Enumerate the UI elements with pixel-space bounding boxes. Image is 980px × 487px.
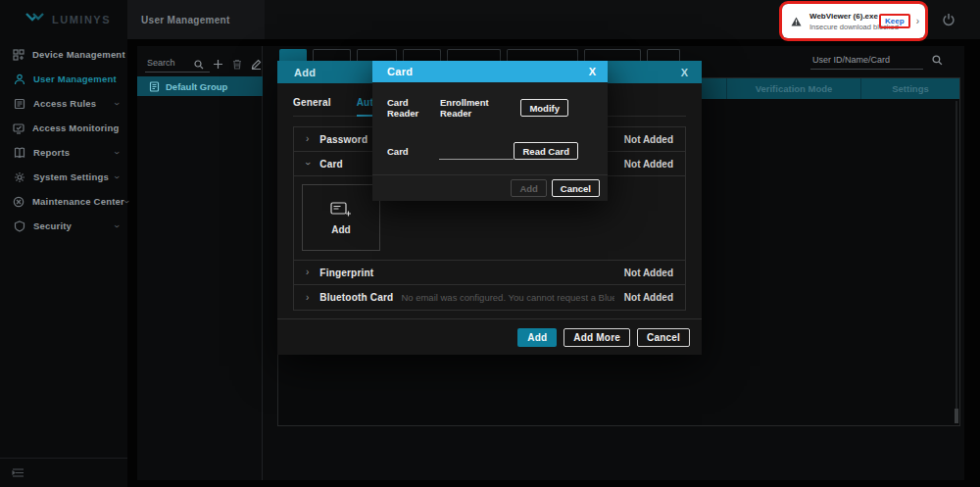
app-window: LUMINYS Device Management User Managemen… <box>0 0 980 487</box>
add-card-label: Add <box>331 224 350 235</box>
collapse-sidebar-icon[interactable] <box>12 467 24 478</box>
download-notification: WebViewer (6).exe Insecure download bloc… <box>782 4 925 38</box>
chevron-right-icon: › <box>306 134 309 144</box>
card-plus-icon <box>330 201 352 218</box>
luminys-logo-icon <box>25 13 44 26</box>
sidebar-item-system-settings[interactable]: System Settings › <box>0 165 127 189</box>
sidebar-item-user-management[interactable]: User Management <box>0 67 127 91</box>
page-tab-user-management[interactable]: User Management <box>127 0 265 39</box>
reports-icon <box>13 146 25 159</box>
sidebar-item-access-rules[interactable]: Access Rules › <box>0 91 127 116</box>
search-icon[interactable] <box>194 59 204 71</box>
user-search <box>810 53 943 70</box>
add-dialog-footer: Add Add More Cancel <box>277 318 702 355</box>
cancel-button[interactable]: Cancel <box>552 179 600 197</box>
sidebar-item-label: User Management <box>33 73 117 84</box>
add-card-tile[interactable]: Add <box>302 184 380 251</box>
group-list-item-default-group[interactable]: Default Group <box>137 76 263 96</box>
group-name: Default Group <box>166 81 227 92</box>
tab-general[interactable]: General <box>293 97 331 116</box>
access-rules-icon <box>13 97 25 110</box>
accordion-row-fingerprint[interactable]: › Fingerprint Not Added <box>294 261 685 285</box>
chevron-right-icon[interactable]: › <box>916 16 919 26</box>
chevron-down-icon: › <box>111 224 121 227</box>
sidebar-item-label: Maintenance Center <box>32 196 124 207</box>
cancel-button[interactable]: Cancel <box>637 328 690 347</box>
modify-button[interactable]: Modify <box>520 99 568 117</box>
warning-icon <box>791 17 802 26</box>
close-icon[interactable]: X <box>589 66 596 77</box>
search-icon[interactable] <box>931 54 943 66</box>
chevron-down-icon: › <box>111 102 121 105</box>
chevron-down-icon: › <box>111 175 121 178</box>
card-number-row: Card Read Card <box>387 142 578 160</box>
sidebar-item-label: Security <box>33 220 72 231</box>
brand-logo: LUMINYS <box>0 0 127 39</box>
card-field-label: Card <box>387 146 439 160</box>
sidebar-item-access-monitoring[interactable]: Access Monitoring <box>0 116 127 140</box>
device-management-icon <box>13 48 24 61</box>
sidebar-footer <box>0 458 127 487</box>
annotation-highlight-box: WebViewer (6).exe Insecure download bloc… <box>779 1 928 41</box>
download-message: Insecure download blocked <box>809 23 879 31</box>
group-panel: Default Group <box>137 46 263 480</box>
sidebar: LUMINYS Device Management User Managemen… <box>0 0 127 487</box>
system-settings-icon <box>13 170 25 183</box>
delete-group-icon[interactable] <box>232 59 242 71</box>
sidebar-item-label: Access Rules <box>33 98 96 109</box>
sidebar-item-label: System Settings <box>33 171 109 182</box>
card-dialog-header: Card X <box>372 61 608 82</box>
keep-button[interactable]: Keep <box>879 14 910 28</box>
bluetooth-note: No email was configured. You cannot requ… <box>401 292 613 303</box>
sidebar-nav: Device Management User Management Access… <box>0 42 127 238</box>
card-reader-row: Card Reader Enrollment Reader Modify <box>387 97 568 119</box>
status-badge: Not Added <box>614 268 673 278</box>
add-dialog-title: Add <box>294 67 316 78</box>
add-group-icon[interactable] <box>213 59 223 71</box>
accordion-row-bluetooth-card[interactable]: › Bluetooth Card No email was configured… <box>294 285 685 310</box>
table-header-settings: Settings <box>860 78 959 99</box>
download-filename: WebViewer (6).exe <box>809 12 879 21</box>
chevron-down-icon: › <box>111 151 121 154</box>
group-icon <box>149 81 160 92</box>
section-label: Bluetooth Card <box>319 292 393 303</box>
edit-group-icon[interactable] <box>251 59 262 71</box>
power-icon <box>942 13 956 26</box>
user-management-icon <box>13 73 25 85</box>
page-title: User Management <box>141 15 230 25</box>
sidebar-item-device-management[interactable]: Device Management <box>0 42 127 67</box>
user-search-input[interactable] <box>810 53 923 70</box>
sidebar-item-maintenance-center[interactable]: Maintenance Center › <box>0 189 127 214</box>
sidebar-item-security[interactable]: Security › <box>0 214 127 238</box>
security-icon <box>13 219 25 232</box>
access-monitoring-icon <box>13 122 24 134</box>
chevron-down-icon: › <box>122 200 131 203</box>
add-button-disabled[interactable]: Add <box>511 179 546 197</box>
status-badge: Not Added <box>614 134 673 145</box>
add-more-button[interactable]: Add More <box>564 328 630 347</box>
card-dialog-title: Card <box>387 66 413 77</box>
add-button[interactable]: Add <box>517 328 557 347</box>
status-badge: Not Added <box>614 292 673 303</box>
chevron-right-icon: › <box>306 293 309 303</box>
section-label: Card <box>319 159 343 170</box>
close-icon[interactable]: X <box>681 67 688 78</box>
brand-name: LUMINYS <box>52 14 111 25</box>
card-reader-label: Card Reader <box>387 97 440 119</box>
table-header-verification-mode: Verification Mode <box>726 78 860 99</box>
sidebar-item-label: Reports <box>33 147 70 158</box>
sidebar-item-reports[interactable]: Reports › <box>0 140 127 165</box>
table-scrollbar-track[interactable] <box>956 101 957 422</box>
chevron-down-icon: › <box>303 162 313 165</box>
maintenance-center-icon <box>13 195 24 208</box>
read-card-button[interactable]: Read Card <box>514 142 578 160</box>
notification-text: WebViewer (6).exe Insecure download bloc… <box>809 12 879 31</box>
card-number-input[interactable] <box>439 144 514 160</box>
status-badge: Not Added <box>614 159 673 170</box>
table-scrollbar-handle[interactable] <box>955 409 958 423</box>
group-toolbar <box>145 56 262 73</box>
section-label: Password <box>319 134 368 145</box>
sidebar-item-label: Access Monitoring <box>32 122 119 133</box>
power-button[interactable] <box>942 13 956 26</box>
card-dialog-footer: Add Cancel <box>372 174 608 201</box>
